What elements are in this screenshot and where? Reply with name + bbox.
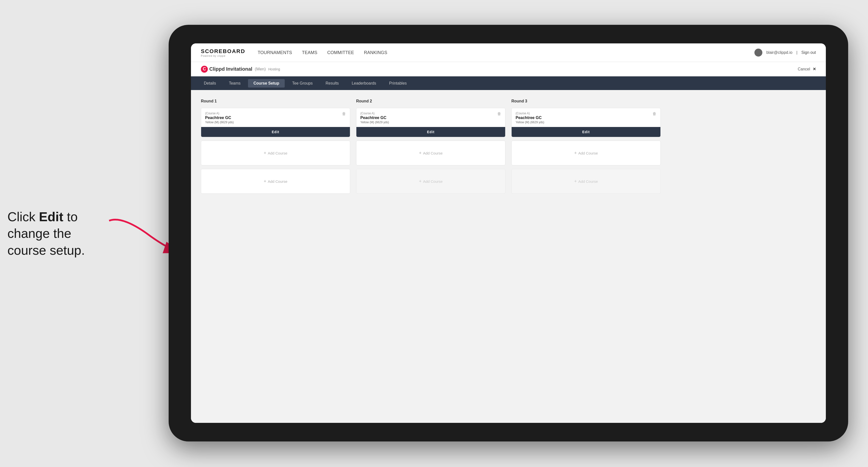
course-a-label-r2: (Course A) — [360, 112, 386, 115]
round-1-title: Round 1 — [201, 99, 350, 103]
tab-printables[interactable]: Printables — [384, 79, 412, 88]
edit-course-button-r3[interactable]: Edit — [512, 127, 660, 137]
main-content: Round 1 (Course A) Peachtree GC 🗑 Yellow… — [191, 90, 826, 423]
sign-out-link[interactable]: Sign out — [801, 50, 816, 55]
tournament-name: Clippd Invitational (Men) Hosting — [209, 66, 280, 72]
tablet-screen: SCOREBOARD Powered by clippd TOURNAMENTS… — [191, 43, 826, 423]
course-details-r3: Yellow (M) (6629 yds) — [512, 121, 660, 127]
tab-bar: Details Teams Course Setup Tee Groups Re… — [191, 76, 826, 90]
instruction-text: Click Edit tochange thecourse setup. — [7, 208, 85, 259]
plus-icon-disabled: + — [419, 179, 422, 184]
logo-sub: Powered by clippd — [201, 55, 245, 57]
add-course-card-r2-2: + Add Course — [356, 169, 505, 194]
tab-teams[interactable]: Teams — [223, 79, 246, 88]
top-nav: SCOREBOARD Powered by clippd TOURNAMENTS… — [191, 43, 826, 62]
instruction-bold: Edit — [39, 209, 63, 224]
edit-course-button-r1[interactable]: Edit — [201, 127, 350, 137]
nav-committee[interactable]: COMMITTEE — [328, 50, 354, 55]
add-course-card-r3-1[interactable]: + Add Course — [512, 141, 661, 165]
rounds-container: Round 1 (Course A) Peachtree GC 🗑 Yellow… — [201, 99, 816, 194]
add-course-card-r3-2: + Add Course — [512, 169, 661, 194]
user-email: blair@clippd.io — [766, 50, 793, 55]
tablet-frame: SCOREBOARD Powered by clippd TOURNAMENTS… — [168, 25, 848, 441]
nav-teams[interactable]: TEAMS — [302, 50, 317, 55]
user-avatar — [754, 49, 762, 57]
nav-rankings[interactable]: RANKINGS — [364, 50, 388, 55]
course-a-label: (Course A) — [205, 112, 231, 115]
tab-tee-groups[interactable]: Tee Groups — [287, 79, 318, 88]
nav-right: blair@clippd.io | Sign out — [754, 49, 816, 57]
round-2-title: Round 2 — [356, 99, 505, 103]
tab-results[interactable]: Results — [320, 79, 344, 88]
edit-course-button-r2[interactable]: Edit — [356, 127, 505, 137]
round-3-title: Round 3 — [512, 99, 661, 103]
course-name-r2: Peachtree GC — [360, 116, 386, 120]
delete-course-icon-r3[interactable]: 🗑 — [652, 112, 656, 116]
add-course-card-r2-1[interactable]: + Add Course — [356, 141, 505, 165]
cancel-button[interactable]: Cancel ✕ — [798, 67, 816, 71]
round-1-column: Round 1 (Course A) Peachtree GC 🗑 Yellow… — [201, 99, 350, 194]
plus-icon: + — [419, 151, 422, 156]
round-2-course-card: (Course A) Peachtree GC 🗑 Yellow (M) (66… — [356, 108, 505, 137]
tournament-bar: C Clippd Invitational (Men) Hosting Canc… — [191, 62, 826, 76]
plus-icon: + — [264, 179, 266, 184]
clippd-logo: C — [201, 66, 208, 73]
course-card-header: (Course A) Peachtree GC 🗑 — [201, 108, 350, 121]
course-card-header-r3: (Course A) Peachtree GC 🗑 — [512, 108, 660, 121]
instruction-prefix: Click — [7, 209, 39, 224]
round-3-column: Round 3 (Course A) Peachtree GC 🗑 Yellow… — [512, 99, 661, 194]
tab-course-setup[interactable]: Course Setup — [248, 79, 285, 88]
scoreboard-logo: SCOREBOARD Powered by clippd — [201, 48, 245, 57]
nav-links: TOURNAMENTS TEAMS COMMITTEE RANKINGS — [258, 50, 754, 55]
round-1-course-card: (Course A) Peachtree GC 🗑 Yellow (M) (66… — [201, 108, 350, 137]
round-3-course-card: (Course A) Peachtree GC 🗑 Yellow (M) (66… — [512, 108, 661, 137]
plus-icon: + — [264, 151, 266, 156]
round-2-column: Round 2 (Course A) Peachtree GC 🗑 Yellow… — [356, 99, 505, 194]
course-name-r3: Peachtree GC — [516, 116, 541, 120]
tab-details[interactable]: Details — [198, 79, 221, 88]
tab-leaderboards[interactable]: Leaderboards — [346, 79, 382, 88]
separator: | — [796, 50, 797, 55]
course-name: Peachtree GC — [205, 116, 231, 120]
nav-tournaments[interactable]: TOURNAMENTS — [258, 50, 292, 55]
logo-title: SCOREBOARD — [201, 48, 245, 55]
round-4-empty-column — [666, 99, 816, 194]
tournament-gender: (Men) — [255, 67, 266, 72]
plus-icon-disabled: + — [574, 179, 577, 184]
course-details-r2: Yellow (M) (6629 yds) — [356, 121, 505, 127]
delete-course-icon-r2[interactable]: 🗑 — [497, 112, 501, 116]
course-a-label-r3: (Course A) — [516, 112, 541, 115]
course-details: Yellow (M) (6629 yds) — [201, 121, 350, 127]
add-course-card-r1-2[interactable]: + Add Course — [201, 169, 350, 194]
add-course-card-r1-1[interactable]: + Add Course — [201, 141, 350, 165]
plus-icon: + — [574, 151, 577, 156]
delete-course-icon[interactable]: 🗑 — [342, 112, 346, 116]
hosting-badge: Hosting — [268, 67, 280, 71]
cancel-x-icon: ✕ — [813, 67, 816, 71]
course-card-header-r2: (Course A) Peachtree GC 🗑 — [356, 108, 505, 121]
